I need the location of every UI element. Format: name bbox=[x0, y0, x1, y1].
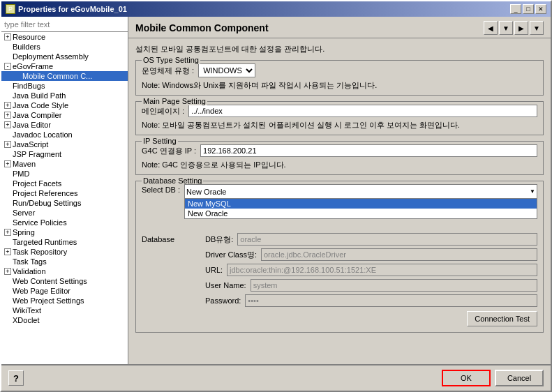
select-db-container: New Oracle ▼ New MySQL New Oracle bbox=[184, 184, 537, 198]
help-button[interactable]: ? bbox=[8, 370, 24, 386]
url-input bbox=[227, 264, 537, 276]
os-type-group-label: OS Type Setting bbox=[142, 56, 200, 64]
sidebar-item-label: Java Build Path bbox=[13, 91, 66, 100]
connection-test-button[interactable]: Connection Test bbox=[467, 311, 537, 326]
sidebar-item-label: eGovFrame bbox=[13, 62, 53, 70]
sidebar-item-label: Mobile Common C... bbox=[22, 72, 92, 80]
sidebar-item-label: WikiText bbox=[13, 306, 41, 315]
content-area: + Resource Builders Deployment Assembly … bbox=[1, 17, 551, 364]
nav-buttons: ◀ ▼ ▶ ▼ bbox=[484, 21, 544, 35]
sidebar-item-spring[interactable]: + Spring bbox=[1, 227, 128, 237]
os-note: Note: Windows와 Unix를 지원하며 파일 작업시 사용되는 기능… bbox=[142, 80, 537, 91]
os-type-row: 운영체제 유형 : WINDOWS UNIX LINUX bbox=[142, 63, 537, 77]
window-icon: P bbox=[6, 4, 15, 14]
sidebar-item-java-compiler[interactable]: + Java Compiler bbox=[1, 110, 128, 120]
driver-row: Driver Class명: bbox=[142, 248, 537, 261]
sidebar-item-targeted-runtimes[interactable]: Targeted Runtimes bbox=[1, 237, 128, 247]
sidebar-item-web-content-settings[interactable]: Web Content Settings bbox=[1, 276, 128, 286]
sidebar-item-validation[interactable]: + Validation bbox=[1, 266, 128, 276]
sidebar-item-label: Spring bbox=[13, 228, 35, 236]
sidebar-item-javadoc-location[interactable]: Javadoc Location bbox=[1, 130, 128, 140]
db-type-input bbox=[237, 233, 537, 246]
sidebar-item-label: JSP Fragment bbox=[13, 150, 61, 158]
username-row: User Name: bbox=[142, 279, 537, 292]
sidebar-item-label: Maven bbox=[13, 160, 36, 168]
sidebar-item-run-debug[interactable]: Run/Debug Settings bbox=[1, 198, 128, 208]
sidebar-item-java-code-style[interactable]: + Java Code Style bbox=[1, 100, 128, 110]
password-label: Password: bbox=[205, 296, 241, 305]
sidebar-item-xdoclet[interactable]: XDoclet bbox=[1, 315, 128, 325]
sidebar-item-jsp-fragment[interactable]: JSP Fragment bbox=[1, 149, 128, 159]
username-label: User Name: bbox=[205, 281, 246, 289]
sidebar-item-wikitext[interactable]: WikiText bbox=[1, 306, 128, 315]
sidebar-item-java-editor[interactable]: + Java Editor bbox=[1, 120, 128, 130]
sidebar-item-task-tags[interactable]: Task Tags bbox=[1, 257, 128, 266]
dropdown-button[interactable]: ▼ bbox=[499, 21, 513, 35]
right-header: Mobile Common Component ◀ ▼ ▶ ▼ bbox=[128, 17, 551, 38]
select-db-row: Select DB : New Oracle ▼ New MySQL New O… bbox=[142, 184, 537, 198]
sidebar-item-label: XDoclet bbox=[13, 316, 40, 324]
maximize-button[interactable]: □ bbox=[523, 4, 534, 14]
dropdown-arrow-icon: ▼ bbox=[530, 188, 535, 195]
db-detail-area: Database DB유형: Driver Class명: URL: bbox=[142, 233, 537, 307]
sidebar-item-task-repository[interactable]: + Task Repository bbox=[1, 247, 128, 257]
back-button[interactable]: ◀ bbox=[484, 21, 498, 35]
sidebar-item-label: FindBugs bbox=[13, 82, 45, 90]
cancel-button[interactable]: Cancel bbox=[495, 370, 544, 386]
option-new-oracle[interactable]: New Oracle bbox=[185, 209, 537, 218]
sidebar-item-web-project-settings[interactable]: Web Project Settings bbox=[1, 296, 128, 306]
sidebar-item-label: Web Project Settings bbox=[13, 296, 84, 305]
sidebar-item-project-facets[interactable]: Project Facets bbox=[1, 179, 128, 188]
sidebar-item-label: Project Facets bbox=[13, 179, 61, 188]
sidebar-item-service-policies[interactable]: Service Policies bbox=[1, 218, 128, 227]
title-bar-buttons: _ □ ✕ bbox=[510, 4, 546, 14]
option-new-mysql[interactable]: New MySQL bbox=[185, 199, 537, 209]
os-type-select[interactable]: WINDOWS UNIX LINUX bbox=[198, 63, 255, 77]
sidebar-item-label: Web Content Settings bbox=[13, 277, 87, 285]
sidebar-item-label: Builders bbox=[13, 43, 40, 51]
select-db-trigger[interactable]: New Oracle ▼ bbox=[184, 184, 537, 198]
os-type-group: OS Type Setting 운영체제 유형 : WINDOWS UNIX L… bbox=[135, 60, 544, 96]
sidebar-item-web-page-editor[interactable]: Web Page Editor bbox=[1, 286, 128, 296]
footer-buttons: OK Cancel bbox=[442, 370, 544, 386]
minimize-button[interactable]: _ bbox=[510, 4, 521, 14]
expand-icon: + bbox=[4, 121, 11, 128]
sidebar-item-maven[interactable]: + Maven bbox=[1, 159, 128, 169]
filter-input[interactable] bbox=[1, 17, 128, 32]
ip-group: IP Setting G4C 연결용 IP : Note: G4C 인증용으로 … bbox=[135, 141, 544, 175]
sidebar-item-java-build-path[interactable]: Java Build Path bbox=[1, 91, 128, 100]
select-db-value: New Oracle bbox=[186, 188, 226, 196]
sidebar-item-label: Java Code Style bbox=[13, 101, 68, 110]
close-button[interactable]: ✕ bbox=[535, 4, 546, 14]
os-type-label: 운영체제 유형 : bbox=[142, 66, 194, 76]
sidebar-item-pmd[interactable]: PMD bbox=[1, 169, 128, 179]
sidebar-item-label: Java Editor bbox=[13, 121, 51, 129]
tree-area: + Resource Builders Deployment Assembly … bbox=[1, 32, 128, 364]
sidebar-item-resource[interactable]: + Resource bbox=[1, 32, 128, 42]
menu-button[interactable]: ▼ bbox=[530, 21, 544, 35]
sidebar-item-label: Task Repository bbox=[13, 248, 67, 256]
sidebar-item-javascript[interactable]: + JavaScript bbox=[1, 140, 128, 149]
select-db-label: Select DB : bbox=[142, 184, 180, 194]
expand-icon: + bbox=[4, 102, 11, 109]
sidebar-item-server[interactable]: Server bbox=[1, 208, 128, 218]
driver-label: Driver Class명: bbox=[205, 250, 257, 260]
ip-label: G4C 연결용 IP : bbox=[142, 146, 196, 156]
sidebar-item-project-references[interactable]: Project References bbox=[1, 188, 128, 198]
sidebar-item-builders[interactable]: Builders bbox=[1, 42, 128, 52]
url-label: URL: bbox=[205, 266, 223, 274]
sidebar-item-findbugs[interactable]: FindBugs bbox=[1, 81, 128, 91]
main-page-input[interactable] bbox=[188, 105, 537, 117]
password-input bbox=[245, 294, 537, 307]
sidebar-item-mobile-common[interactable]: Mobile Common C... bbox=[1, 71, 128, 81]
sidebar-item-label: Validation bbox=[13, 267, 46, 276]
ip-input[interactable] bbox=[200, 144, 537, 157]
expand-icon: + bbox=[4, 112, 11, 119]
expand-icon: - bbox=[4, 63, 11, 70]
sidebar-item-label: PMD bbox=[13, 169, 29, 178]
ok-button[interactable]: OK bbox=[442, 370, 491, 386]
sidebar-item-egovframe[interactable]: - eGovFrame bbox=[1, 61, 128, 71]
forward-button[interactable]: ▶ bbox=[514, 21, 528, 35]
conn-test-area: Connection Test bbox=[142, 311, 537, 326]
sidebar-item-deployment-assembly[interactable]: Deployment Assembly bbox=[1, 52, 128, 61]
